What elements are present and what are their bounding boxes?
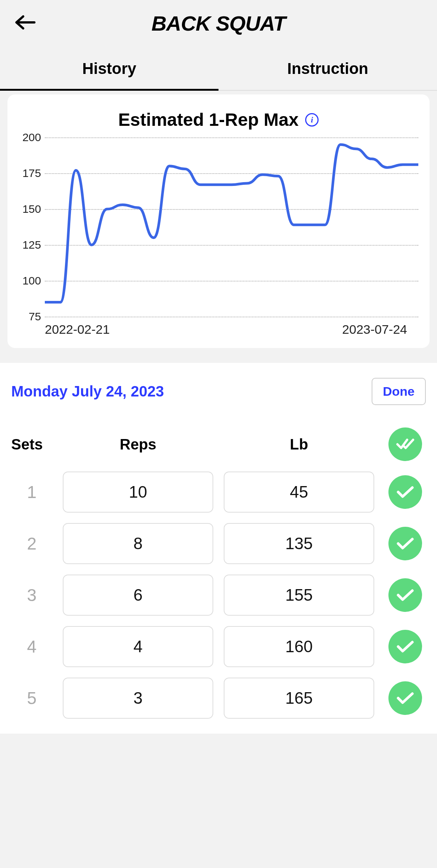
tabs: History Instruction	[0, 47, 437, 91]
set-number: 4	[11, 637, 52, 657]
weight-input[interactable]: 155	[224, 575, 374, 616]
back-button[interactable]	[15, 15, 36, 30]
workout-date: Monday July 24, 2023	[11, 383, 164, 400]
set-done-toggle[interactable]	[388, 630, 422, 663]
set-done-toggle[interactable]	[388, 475, 422, 509]
y-tick-label: 75	[19, 310, 41, 323]
weight-input[interactable]: 45	[224, 472, 374, 513]
arrow-left-icon	[15, 15, 36, 30]
chart-title: Estimated 1-Rep Max	[118, 109, 299, 130]
set-done-toggle[interactable]	[388, 681, 422, 715]
check-icon	[396, 640, 415, 653]
col-weight: Lb	[224, 436, 374, 453]
y-tick-label: 175	[19, 167, 41, 180]
reps-input[interactable]: 4	[63, 626, 213, 667]
weight-input[interactable]: 135	[224, 523, 374, 564]
y-tick-label: 200	[19, 131, 41, 144]
set-done-toggle[interactable]	[388, 578, 422, 612]
col-reps: Reps	[63, 436, 213, 453]
chart-line	[45, 137, 418, 317]
tab-history[interactable]: History	[0, 47, 218, 91]
done-button[interactable]: Done	[372, 378, 426, 405]
tab-instruction[interactable]: Instruction	[218, 47, 437, 90]
reps-input[interactable]: 3	[63, 678, 213, 719]
page-title: BACK SQUAT	[15, 11, 422, 35]
set-number: 5	[11, 688, 52, 708]
weight-input[interactable]: 160	[224, 626, 374, 667]
info-icon[interactable]: i	[305, 113, 319, 127]
check-icon	[396, 537, 415, 550]
check-icon	[396, 485, 415, 499]
reps-input[interactable]: 6	[63, 575, 213, 616]
gridline	[45, 317, 418, 317]
check-icon	[396, 691, 415, 705]
col-sets: Sets	[11, 436, 52, 453]
set-done-toggle[interactable]	[388, 527, 422, 560]
reps-input[interactable]: 8	[63, 523, 213, 564]
chart-start-date: 2022-02-21	[45, 322, 110, 337]
reps-input[interactable]: 10	[63, 472, 213, 513]
double-check-icon	[396, 438, 415, 451]
chart-end-date: 2023-07-24	[342, 322, 407, 337]
y-tick-label: 150	[19, 203, 41, 215]
check-icon	[396, 588, 415, 602]
y-tick-label: 125	[19, 239, 41, 251]
set-number: 2	[11, 533, 52, 554]
set-number: 1	[11, 482, 52, 502]
set-number: 3	[11, 585, 52, 605]
workout-section: Monday July 24, 2023 Done Sets Reps Lb 1…	[0, 363, 437, 734]
check-all-button[interactable]	[388, 427, 422, 461]
chart-area: 75100125150175200	[37, 137, 418, 317]
y-tick-label: 100	[19, 274, 41, 287]
chart-card: Estimated 1-Rep Max i 75100125150175200 …	[7, 94, 430, 348]
weight-input[interactable]: 165	[224, 678, 374, 719]
